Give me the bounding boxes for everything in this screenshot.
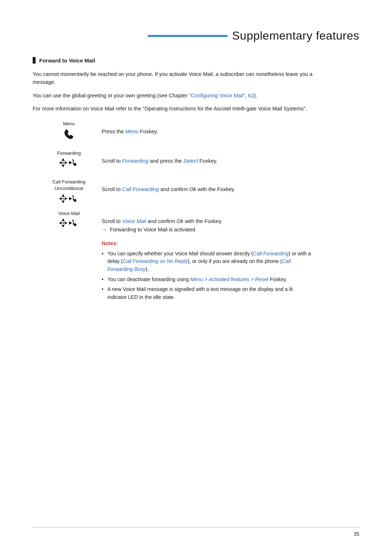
svg-marker-6 — [62, 194, 65, 197]
icon-col-forwarding: Forwarding ▶ — [40, 150, 98, 168]
select-foxkey-text: Select — [183, 158, 198, 164]
paragraph-1: You cannot momentarily be reached on you… — [33, 70, 330, 86]
section-heading: Forward to Voice Mail — [33, 57, 359, 64]
instruction-row-voice-mail: Voice Mail ▶ Scroll to Voice Mail and co… — [40, 211, 338, 304]
instruction-row-forwarding: Forwarding ▶ — [40, 150, 338, 172]
svg-marker-13 — [62, 225, 65, 228]
arrow-icon: → — [102, 226, 107, 234]
svg-marker-15 — [65, 222, 68, 224]
ok-text-2: Ok — [177, 218, 184, 224]
page-number: 35 — [354, 531, 359, 537]
svg-text:▶: ▶ — [69, 160, 73, 165]
voice-mail-link: Voice Mail — [122, 218, 146, 224]
svg-point-16 — [62, 222, 64, 224]
svg-point-10 — [62, 198, 64, 199]
page-header: Supplementary features — [33, 29, 359, 42]
page-title: Supplementary features — [232, 29, 359, 42]
svg-marker-0 — [62, 158, 65, 161]
notes-label: Notes: — [102, 239, 338, 247]
svg-marker-1 — [62, 165, 65, 167]
svg-marker-9 — [65, 197, 68, 200]
instruction-text-call-forwarding: Scroll to Call Forwarding and confirm Ok… — [98, 179, 338, 193]
icon-label-voice-mail: Voice Mail — [58, 211, 79, 216]
icon-label-forwarding: Forwarding — [57, 150, 81, 156]
call-forwarding-icon-area: ▶ — [58, 193, 80, 204]
menu-phone-icon — [61, 128, 77, 144]
instruction-row-menu: Menu Press the Menu Foxkey. — [40, 121, 338, 144]
icon-label-menu: Menu — [63, 121, 75, 126]
notes-section: Notes: You can specify whether your Voic… — [102, 239, 338, 301]
instruction-table: Menu Press the Menu Foxkey. Forwarding — [40, 121, 338, 304]
svg-text:▶: ▶ — [69, 196, 73, 201]
ok-text-1: Ok — [189, 186, 196, 192]
voice-mail-icon-area: ▶ — [58, 218, 80, 228]
configuring-voice-mail-link[interactable]: "Configuring Voice Mail" — [189, 93, 245, 98]
para2-end: ). — [254, 93, 257, 98]
svg-marker-3 — [65, 161, 68, 164]
svg-marker-12 — [62, 218, 65, 221]
forwarding-icon-area: ▶ — [58, 157, 80, 168]
forwarding-link: Forwarding — [122, 158, 148, 164]
section-heading-bar — [33, 57, 36, 64]
menu-foxkey-text: Menu — [125, 129, 138, 134]
paragraph-2: You can use the global greeting or your … — [33, 92, 330, 100]
paragraph-3: For more information on Voice Mail refer… — [33, 105, 330, 113]
icon-col-voice-mail: Voice Mail ▶ — [40, 211, 98, 228]
section-heading-text: Forward to Voice Mail — [39, 57, 95, 64]
para2-start: You can use the global greeting or your … — [33, 93, 189, 98]
voice-mail-icon-svg: ▶ — [58, 218, 80, 228]
icon-label-call-forwarding: Call ForwardingUnconditional — [52, 179, 85, 192]
svg-text:▶: ▶ — [69, 220, 73, 225]
note-item-2: You can deactivate forwarding using Menu… — [102, 276, 312, 284]
instruction-row-call-forwarding: Call ForwardingUnconditional ▶ Scroll to… — [40, 179, 338, 204]
instruction-text-forwarding: Scroll to Forwarding and press the Selec… — [98, 150, 338, 165]
header-accent-bar — [148, 35, 228, 37]
page-footer: 35 — [33, 527, 359, 537]
forwarding-icon-svg: ▶ — [58, 157, 80, 168]
svg-marker-7 — [62, 200, 65, 203]
instruction-text-voice-mail: Scroll to Voice Mail and confirm Ok with… — [98, 211, 338, 304]
page-62-link[interactable]: 62 — [248, 93, 254, 98]
note-item-1: You can specify whether your Voice Mail … — [102, 250, 312, 274]
notes-list: You can specify whether your Voice Mail … — [102, 250, 338, 301]
instruction-text-menu: Press the Menu Foxkey. — [98, 121, 338, 135]
svg-marker-8 — [59, 197, 62, 200]
page-container: Supplementary features Forward to Voice … — [0, 0, 392, 555]
svg-marker-14 — [59, 222, 62, 224]
icon-col-menu: Menu — [40, 121, 98, 144]
call-forwarding-icon-svg: ▶ — [58, 193, 80, 204]
menu-icon-svg — [62, 129, 76, 143]
note-item-3: A new Voice Mail message is signalled wi… — [102, 285, 312, 301]
svg-marker-2 — [59, 161, 62, 164]
svg-point-4 — [62, 162, 64, 163]
icon-col-call-forwarding: Call ForwardingUnconditional ▶ — [40, 179, 98, 204]
call-forwarding-link: Call Forwarding — [122, 186, 159, 192]
